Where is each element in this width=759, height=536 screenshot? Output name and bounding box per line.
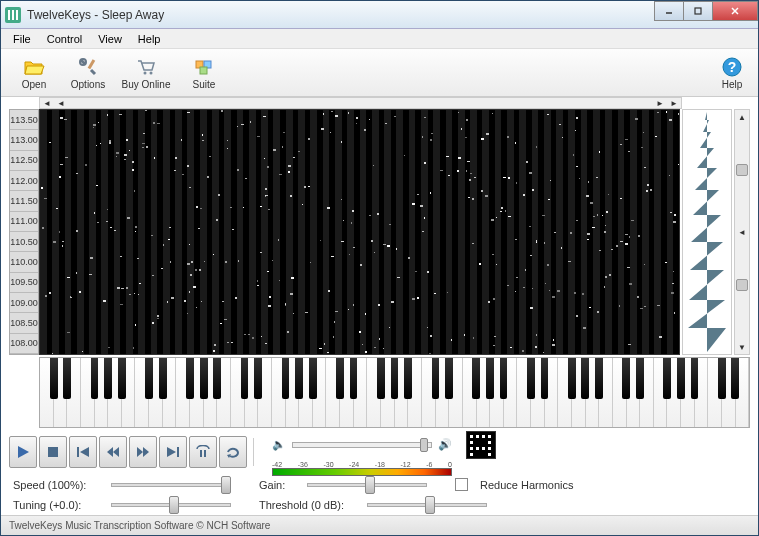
loop-button[interactable]	[219, 436, 247, 468]
black-key[interactable]	[145, 358, 153, 399]
reduce-harmonics-checkbox[interactable]	[455, 478, 468, 491]
black-key[interactable]	[472, 358, 480, 399]
black-key[interactable]	[254, 358, 262, 399]
svg-rect-20	[77, 447, 79, 457]
scroll-down-icon[interactable]: ▼	[735, 340, 749, 354]
scroll-center-icon[interactable]: ◄	[735, 225, 749, 239]
peak-meter	[466, 431, 496, 459]
black-key[interactable]	[636, 358, 644, 399]
tuning-slider[interactable]	[111, 503, 231, 507]
svg-rect-9	[88, 59, 96, 69]
slider-thumb[interactable]	[420, 438, 428, 452]
black-key[interactable]	[500, 358, 508, 399]
black-key[interactable]	[432, 358, 440, 399]
black-key[interactable]	[391, 358, 399, 399]
black-key[interactable]	[200, 358, 208, 399]
horizontal-scrollbar-top[interactable]: ◄ ◄ ► ►	[39, 97, 682, 109]
close-button[interactable]	[712, 1, 758, 21]
play-button[interactable]	[9, 436, 37, 468]
black-key[interactable]	[309, 358, 317, 399]
black-key[interactable]	[350, 358, 358, 399]
svg-rect-1	[8, 10, 10, 20]
slider-thumb[interactable]	[169, 496, 179, 514]
black-key[interactable]	[622, 358, 630, 399]
scroll-thumb[interactable]	[736, 164, 748, 176]
volume-meter-section: 🔈 🔊 -42-36-30-24-18-12-60	[272, 431, 496, 473]
volume-slider[interactable]	[292, 442, 432, 448]
suite-icon	[193, 56, 215, 78]
vertical-scrollbar[interactable]: ▲ ◄ ▼	[734, 109, 750, 355]
speaker-high-icon: 🔊	[438, 438, 452, 452]
black-key[interactable]	[404, 358, 412, 399]
open-button[interactable]: Open	[7, 51, 61, 95]
skip-back-button[interactable]	[69, 436, 97, 468]
black-key[interactable]	[677, 358, 685, 399]
black-key[interactable]	[118, 358, 126, 399]
slider-thumb[interactable]	[365, 476, 375, 494]
menu-view[interactable]: View	[90, 31, 130, 47]
black-key[interactable]	[731, 358, 739, 399]
black-key[interactable]	[213, 358, 221, 399]
black-key[interactable]	[295, 358, 303, 399]
menubar: File Control View Help	[1, 29, 758, 49]
help-button[interactable]: ? Help	[712, 51, 752, 95]
black-key[interactable]	[691, 358, 699, 399]
speed-slider[interactable]	[111, 483, 231, 487]
pause-loop-button[interactable]	[189, 436, 217, 468]
scroll-track[interactable]	[735, 124, 749, 225]
svg-marker-23	[113, 447, 119, 457]
black-key[interactable]	[581, 358, 589, 399]
black-key[interactable]	[595, 358, 603, 399]
scroll-right-icon[interactable]: ►	[653, 98, 667, 108]
black-key[interactable]	[104, 358, 112, 399]
black-key[interactable]	[282, 358, 290, 399]
black-key[interactable]	[377, 358, 385, 399]
scroll-right-icon[interactable]: ►	[667, 98, 681, 108]
black-key[interactable]	[159, 358, 167, 399]
scroll-up-icon[interactable]: ▲	[735, 110, 749, 124]
svg-marker-17	[688, 112, 726, 352]
folder-open-icon	[23, 56, 45, 78]
slider-thumb[interactable]	[425, 496, 435, 514]
spectrogram-view[interactable]	[39, 109, 680, 355]
scroll-thumb[interactable]	[736, 279, 748, 291]
skip-forward-button[interactable]	[159, 436, 187, 468]
waveform-overview[interactable]	[682, 109, 732, 355]
black-key[interactable]	[718, 358, 726, 399]
options-button[interactable]: Options	[61, 51, 115, 95]
suite-button[interactable]: Suite	[177, 51, 231, 95]
black-key[interactable]	[63, 358, 71, 399]
forward-button[interactable]	[129, 436, 157, 468]
black-key[interactable]	[91, 358, 99, 399]
gain-slider[interactable]	[307, 483, 427, 487]
scroll-track[interactable]	[68, 98, 653, 108]
scroll-left-icon[interactable]: ◄	[54, 98, 68, 108]
scroll-left-icon[interactable]: ◄	[40, 98, 54, 108]
buy-online-button[interactable]: Buy Online	[115, 51, 177, 95]
black-key[interactable]	[336, 358, 344, 399]
black-key[interactable]	[186, 358, 194, 399]
scroll-track[interactable]	[735, 239, 749, 340]
minimize-button[interactable]	[654, 1, 684, 21]
black-key[interactable]	[663, 358, 671, 399]
black-key[interactable]	[541, 358, 549, 399]
menu-file[interactable]: File	[5, 31, 39, 47]
black-key[interactable]	[50, 358, 58, 399]
black-key[interactable]	[241, 358, 249, 399]
piano-keyboard[interactable]	[39, 357, 750, 428]
black-key[interactable]	[568, 358, 576, 399]
maximize-button[interactable]	[683, 1, 713, 21]
menu-help[interactable]: Help	[130, 31, 169, 47]
black-key[interactable]	[486, 358, 494, 399]
time-label: 113.50	[10, 110, 38, 130]
titlebar[interactable]: TwelveKeys - Sleep Away	[1, 1, 758, 29]
rewind-button[interactable]	[99, 436, 127, 468]
menu-control[interactable]: Control	[39, 31, 90, 47]
black-key[interactable]	[445, 358, 453, 399]
slider-thumb[interactable]	[221, 476, 231, 494]
svg-point-11	[150, 71, 153, 74]
black-key[interactable]	[527, 358, 535, 399]
threshold-label: Threshold (0 dB):	[259, 499, 359, 511]
stop-button[interactable]	[39, 436, 67, 468]
threshold-slider[interactable]	[367, 503, 487, 507]
